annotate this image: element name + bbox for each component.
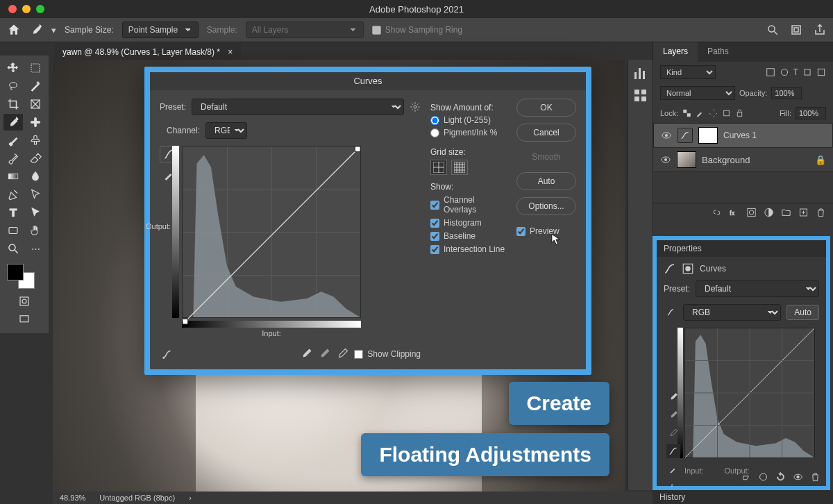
new-group-icon[interactable] (781, 206, 791, 219)
channel-select[interactable]: RGB (205, 122, 247, 139)
sample-select[interactable]: All Layers (246, 22, 364, 38)
direct-select-tool[interactable] (26, 204, 45, 221)
chevron-right-icon[interactable]: › (189, 494, 192, 502)
crop-tool[interactable] (3, 96, 23, 112)
grid-10-icon[interactable] (451, 160, 468, 175)
search-icon[interactable] (766, 24, 779, 36)
eyedropper-gray-icon[interactable] (318, 348, 330, 360)
layer-fx-icon[interactable]: fx (729, 206, 739, 219)
history-brush-tool[interactable] (3, 150, 23, 167)
layer-thumb[interactable] (677, 151, 696, 168)
preset-select[interactable]: Default (192, 99, 404, 115)
lock-brush-icon[interactable] (696, 107, 705, 119)
lasso-tool[interactable] (3, 78, 23, 94)
eyedropper-black-icon[interactable] (300, 348, 312, 360)
auto-button[interactable]: Auto (516, 172, 576, 190)
screenmode-icon[interactable] (15, 311, 34, 328)
new-adjustment-icon[interactable] (764, 206, 774, 219)
pen-tool[interactable] (3, 186, 23, 203)
history-panel-tab[interactable]: History (653, 490, 833, 504)
lock-artboard-icon[interactable] (722, 107, 731, 119)
light-radio[interactable]: Light (0-255) (430, 115, 508, 125)
new-layer-icon[interactable] (798, 206, 809, 219)
share-icon[interactable] (814, 24, 826, 36)
move-tool[interactable] (3, 60, 23, 76)
visibility-icon[interactable] (661, 130, 672, 141)
eyedropper-black-icon[interactable] (666, 390, 680, 404)
link-layers-icon[interactable] (712, 206, 722, 219)
pencil-mode-icon[interactable] (666, 462, 680, 476)
path-select-tool[interactable] (26, 186, 45, 203)
type-tool[interactable] (3, 204, 23, 221)
filter-smart-icon[interactable] (816, 67, 826, 77)
fill-input[interactable] (796, 107, 826, 119)
histogram-check[interactable]: Histogram (430, 218, 508, 228)
histogram-icon[interactable] (632, 65, 649, 82)
baseline-check[interactable]: Baseline (430, 231, 508, 241)
shape-tool[interactable] (3, 222, 23, 239)
target-adjust-icon[interactable] (664, 307, 678, 318)
frame-icon[interactable] (790, 24, 802, 36)
clip-icon[interactable] (741, 471, 751, 483)
add-mask-icon[interactable] (746, 206, 757, 219)
visibility-icon[interactable] (793, 471, 803, 483)
auto-button[interactable]: Auto (786, 305, 819, 320)
show-clipping-check[interactable]: Show Clipping (354, 349, 421, 359)
blend-mode-select[interactable]: Normal (660, 86, 735, 100)
curve-graph[interactable] (684, 328, 815, 458)
visibility-icon[interactable] (660, 154, 671, 165)
minimize-window-icon[interactable] (22, 5, 31, 13)
frame-tool[interactable] (26, 96, 45, 112)
delete-layer-icon[interactable] (816, 206, 826, 219)
layer-background[interactable]: Background 🔒 (653, 148, 833, 172)
ok-button[interactable]: OK (516, 99, 576, 117)
gradient-tool[interactable] (3, 168, 23, 185)
brush-tool[interactable] (3, 132, 23, 149)
clone-stamp-tool[interactable] (26, 132, 45, 149)
edit-toolbar[interactable]: ⋯ (26, 240, 45, 257)
eyedropper-tool[interactable] (3, 114, 23, 131)
lock-position-icon[interactable] (709, 107, 718, 119)
eraser-tool[interactable] (26, 150, 45, 167)
intersection-check[interactable]: Intersection Line (430, 244, 508, 254)
lock-pixels-icon[interactable] (682, 107, 691, 119)
eyedropper-white-icon[interactable] (336, 348, 348, 360)
document-tab[interactable]: yawn @ 48.9% (Curves 1, Layer Mask/8) * … (54, 43, 241, 61)
view-previous-icon[interactable] (758, 471, 768, 483)
grid-4-icon[interactable] (430, 160, 447, 175)
hand-tool[interactable] (26, 222, 45, 239)
color-swatches[interactable] (7, 264, 35, 289)
filter-adjust-icon[interactable] (780, 67, 789, 77)
cancel-button[interactable]: Cancel (516, 124, 576, 142)
tab-paths[interactable]: Paths (698, 42, 739, 62)
zoom-tool[interactable] (3, 240, 23, 257)
quickmask-icon[interactable] (15, 293, 34, 310)
blur-tool[interactable] (26, 168, 45, 185)
filter-type-icon[interactable]: T (793, 67, 798, 77)
eyedropper-gray-icon[interactable] (666, 408, 680, 422)
channel-overlays-check[interactable]: Channel Overlays (430, 195, 508, 215)
show-sampling-ring-check[interactable]: Show Sampling Ring (372, 25, 462, 35)
filter-shape-icon[interactable] (802, 67, 812, 77)
reset-icon[interactable] (775, 471, 786, 483)
lock-all-icon[interactable] (735, 107, 744, 119)
trash-icon[interactable] (810, 471, 821, 483)
collapsed-panel-strip[interactable] (628, 60, 653, 490)
curve-mode-icon[interactable] (666, 444, 680, 458)
healing-brush-tool[interactable] (26, 114, 45, 131)
options-button[interactable]: Options... (516, 197, 576, 215)
filter-image-icon[interactable] (766, 67, 775, 77)
close-window-icon[interactable] (8, 5, 17, 13)
target-adjust-icon[interactable] (160, 348, 175, 360)
preset-select[interactable]: Default (696, 280, 819, 297)
sample-size-select[interactable]: Point Sample (122, 22, 199, 38)
eyedropper-white-icon[interactable] (666, 426, 680, 440)
marquee-tool[interactable] (26, 60, 45, 76)
eyedropper-tool-icon[interactable] (29, 23, 43, 37)
maximize-window-icon[interactable] (36, 5, 44, 13)
home-icon[interactable] (7, 23, 21, 37)
mask-icon[interactable] (682, 262, 694, 275)
preview-check[interactable]: Preview (516, 226, 576, 236)
layer-curves1[interactable]: Curves 1 (653, 123, 833, 148)
pigment-radio[interactable]: Pigment/Ink % (430, 128, 508, 137)
